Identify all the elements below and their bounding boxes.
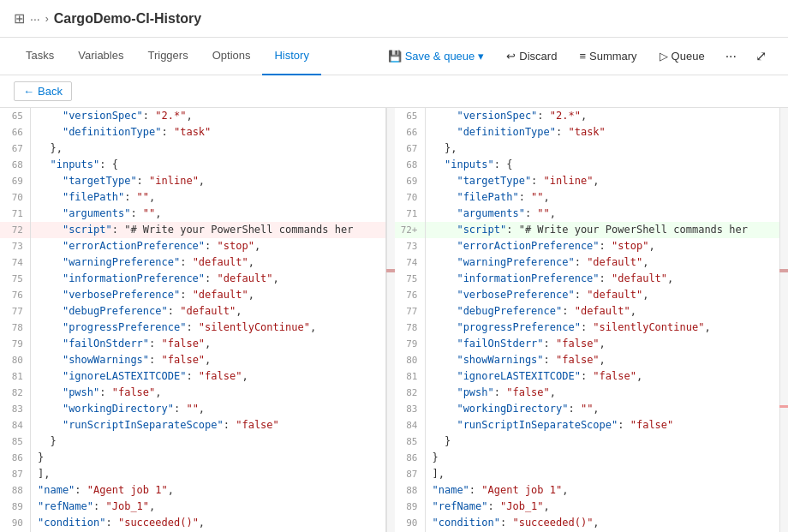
save-queue-button[interactable]: 💾 Save & queue ▾ (379, 45, 494, 67)
line-number: 80 (0, 352, 31, 368)
left-diff-pane[interactable]: 65 "versionSpec": "2.*",66 "definitionTy… (0, 108, 386, 532)
line-number: 67 (395, 140, 426, 157)
line-number: 81 (395, 368, 426, 385)
line-number: 88 (395, 482, 426, 499)
line-number: 83 (0, 401, 31, 417)
tab-tasks[interactable]: Tasks (14, 38, 66, 75)
table-row: 75 "informationPreference": "default", (395, 271, 780, 287)
line-content: "script": "# Write your PowerShell comma… (433, 222, 780, 237)
line-number: 72 (0, 222, 31, 238)
table-row: 81 "ignoreLASTEXITCODE": "false", (395, 368, 780, 385)
line-number: 88 (0, 482, 31, 499)
line-number: 68 (0, 157, 31, 173)
line-content: "condition": "succeeded()", (433, 515, 780, 530)
table-row: 76 "verbosePreference": "default", (0, 287, 385, 303)
line-content: "failOnStderr": "false", (38, 336, 385, 351)
table-row: 83 "workingDirectory": "", (0, 401, 385, 417)
line-number: 90 (0, 515, 31, 531)
line-content: "definitionType": "task" (433, 124, 780, 140)
line-content: "errorActionPreference": "stop", (38, 238, 385, 254)
right-scrollbar[interactable] (779, 108, 788, 532)
line-number: 65 (0, 108, 31, 124)
table-row: 70 "filePath": "", (395, 189, 780, 206)
back-button[interactable]: ← Back (14, 81, 72, 101)
line-number: 73 (395, 238, 426, 254)
line-content: "ignoreLASTEXITCODE": "false", (38, 368, 385, 384)
more-icon: ··· (725, 49, 737, 64)
line-number: 82 (0, 385, 31, 401)
back-bar: ← Back (0, 75, 788, 108)
line-number: 80 (395, 352, 426, 368)
breadcrumb-bar: ⊞ ··· › CargoDemo-CI-History (0, 0, 788, 38)
breadcrumb-dots[interactable]: ··· (30, 12, 40, 26)
line-number: 70 (395, 189, 426, 206)
left-scrollbar[interactable] (386, 108, 395, 532)
table-row: 76 "verbosePreference": "default", (395, 287, 780, 303)
line-content: }, (433, 140, 780, 156)
line-number: 84 (395, 417, 426, 433)
table-row: 78 "progressPreference": "silentlyContin… (0, 320, 385, 336)
line-number: 66 (0, 124, 31, 140)
table-row: 90"condition": "succeeded()", (395, 515, 780, 531)
line-content: "verbosePreference": "default", (433, 287, 780, 302)
line-number: 78 (0, 320, 31, 336)
tab-options[interactable]: Options (200, 38, 263, 75)
table-row: 74 "warningPreference": "default", (395, 254, 780, 271)
line-number: 69 (395, 173, 426, 189)
line-number: 89 (395, 499, 426, 515)
table-row: 68 "inputs": { (0, 157, 385, 173)
more-button[interactable]: ··· (718, 45, 744, 69)
line-number: 79 (395, 336, 426, 352)
line-content: } (433, 450, 780, 465)
play-icon: ▷ (660, 50, 668, 63)
line-number: 76 (0, 287, 31, 303)
back-arrow-icon: ← (23, 85, 34, 98)
line-number: 86 (395, 450, 426, 466)
table-row: 74 "warningPreference": "default", (0, 254, 385, 271)
table-row: 79 "failOnStderr": "false", (0, 336, 385, 352)
diff-container: 65 "versionSpec": "2.*",66 "definitionTy… (0, 108, 788, 532)
line-content: "warningPreference": "default", (38, 254, 385, 270)
tab-variables[interactable]: Variables (66, 38, 135, 75)
line-content: "filePath": "", (433, 189, 780, 205)
line-number: 73 (0, 238, 31, 254)
line-content: "refName": "Job_1", (433, 499, 780, 514)
line-number: 67 (0, 140, 31, 157)
table-row: 88"name": "Agent job 1", (0, 482, 385, 499)
line-content: "debugPreference": "default", (38, 303, 385, 319)
table-row: 69 "targetType": "inline", (0, 173, 385, 189)
line-content: "targetType": "inline", (38, 173, 385, 188)
list-icon: ≡ (579, 50, 586, 63)
line-content: "name": "Agent job 1", (38, 482, 385, 498)
discard-button[interactable]: ↩ Discard (497, 45, 566, 67)
line-number: 75 (0, 271, 31, 287)
tab-history[interactable]: History (262, 38, 320, 75)
table-row: 80 "showWarnings": "false", (0, 352, 385, 368)
table-row: 70 "filePath": "", (0, 189, 385, 206)
dropdown-arrow-icon: ▾ (478, 50, 484, 63)
line-content: "informationPreference": "default", (433, 271, 780, 286)
line-number: 77 (0, 303, 31, 320)
table-row: 72+ "script": "# Write your PowerShell c… (395, 222, 780, 238)
table-row: 68 "inputs": { (395, 157, 780, 173)
table-row: 65 "versionSpec": "2.*", (0, 108, 385, 124)
table-row: 87], (395, 466, 780, 482)
line-content: "errorActionPreference": "stop", (433, 238, 780, 254)
table-row: 66 "definitionType": "task" (0, 124, 385, 140)
table-row: 77 "debugPreference": "default", (0, 303, 385, 320)
line-content: "arguments": "", (38, 206, 385, 221)
line-content: "showWarnings": "false", (433, 352, 780, 368)
expand-button[interactable]: ⤢ (748, 44, 774, 69)
line-number: 85 (395, 433, 426, 450)
summary-button[interactable]: ≡ Summary (570, 45, 646, 67)
right-diff-pane[interactable]: 65 "versionSpec": "2.*",66 "definitionTy… (395, 108, 780, 532)
line-number: 66 (395, 124, 426, 140)
line-number: 79 (0, 336, 31, 352)
line-content: "pwsh": "false", (38, 385, 385, 400)
tab-triggers[interactable]: Triggers (135, 38, 200, 75)
table-row: 83 "workingDirectory": "", (395, 401, 780, 417)
line-number: 77 (395, 303, 426, 320)
queue-button[interactable]: ▷ Queue (650, 45, 714, 67)
line-number: 76 (395, 287, 426, 303)
table-row: 67 }, (395, 140, 780, 157)
